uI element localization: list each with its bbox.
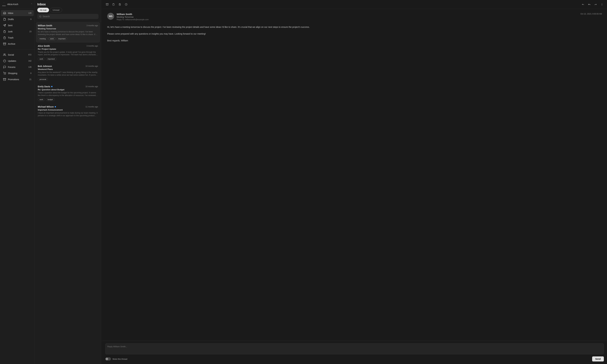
- forums-count: 128: [28, 66, 31, 68]
- inbox-count: 128: [28, 12, 31, 14]
- sidebar-item-promotions[interactable]: Promotions 21: [1, 77, 34, 82]
- sidebar-item-updates[interactable]: Updates 342: [1, 58, 34, 64]
- sent-label: Sent: [8, 24, 31, 27]
- mail-list-header: Inbox All mail Unread: [35, 0, 101, 21]
- mail-tags-3: personal: [38, 78, 98, 81]
- mail-preview-4: I have a question about the budget for t…: [38, 91, 98, 97]
- tag-budget: budget: [46, 98, 55, 101]
- email-date: Oct 22, 2023, 9:00:00 AM: [580, 13, 602, 15]
- mail-preview-5: I have an important announcement to make…: [38, 112, 98, 117]
- mail-preview-3: Any plans for the weekend? I was thinkin…: [38, 71, 98, 77]
- more-button[interactable]: [599, 2, 605, 7]
- filter-unread[interactable]: Unread: [50, 8, 62, 12]
- forums-icon: [3, 66, 6, 68]
- sent-icon: [3, 24, 6, 27]
- updates-count: 342: [28, 60, 31, 62]
- forward-button[interactable]: [593, 2, 598, 7]
- email-header-section: WS William Smith Meeting Tomorrow Reply-…: [107, 13, 602, 21]
- email-body: Hi, let's have a meeting tomorrow to dis…: [107, 25, 602, 43]
- reply-button[interactable]: [580, 2, 585, 7]
- search-bar: [37, 14, 98, 19]
- trash-label: Trash: [8, 37, 31, 39]
- updates-label: Updates: [8, 60, 27, 62]
- updates-icon: [3, 60, 6, 62]
- archive-label: Archive: [8, 43, 31, 45]
- mail-tags-4: work budget: [38, 98, 98, 101]
- mute-toggle[interactable]: [105, 357, 111, 361]
- archive-button[interactable]: [105, 2, 110, 7]
- shopping-label: Shopping: [8, 72, 28, 75]
- svg-point-8: [4, 74, 4, 75]
- mail-item-3[interactable]: Bob Johnson 10 months ago Weekend Plans …: [36, 63, 100, 83]
- tag-work: work: [48, 37, 55, 40]
- account-name: Alicia Koch: [7, 3, 29, 6]
- promotions-label: Promotions: [8, 78, 27, 81]
- social-label: Social: [8, 53, 27, 56]
- sidebar-item-junk[interactable]: Junk 23: [1, 29, 34, 35]
- sidebar-item-archive[interactable]: Archive: [1, 41, 34, 47]
- send-button[interactable]: Send: [592, 356, 604, 362]
- social-count: 972: [28, 54, 31, 56]
- forums-label: Forums: [8, 66, 27, 68]
- sidebar-item-social[interactable]: Social 972: [1, 52, 34, 58]
- mail-item-4[interactable]: Emily Davis 10 months ago Re: Question a…: [36, 83, 100, 103]
- sidebar-item-forums[interactable]: Forums 128: [1, 64, 34, 70]
- reply-actions: Mute this thread Send: [105, 356, 604, 362]
- snooze-button[interactable]: [124, 2, 129, 7]
- sidebar-item-shopping[interactable]: Shopping 8: [1, 70, 34, 76]
- email-body-p1: Hi, let's have a meeting tomorrow to dis…: [107, 25, 602, 29]
- mail-time-4: 10 months ago: [85, 85, 98, 88]
- mail-sender-1: William Smith: [38, 24, 52, 27]
- mail-item-2[interactable]: Alice Smith 3 months ago Re: Project Upd…: [36, 43, 100, 63]
- svg-rect-2: [3, 43, 6, 43]
- shopping-count: 8: [30, 72, 31, 74]
- drafts-count: 9: [30, 18, 31, 20]
- email-body-p2: Please come prepared with any questions …: [107, 32, 602, 36]
- tag-work-4: work: [38, 98, 45, 101]
- svg-line-13: [41, 17, 41, 17]
- archive-icon: [3, 42, 6, 45]
- sender-avatar: WS: [107, 13, 114, 20]
- sidebar-item-drafts[interactable]: Drafts 9: [1, 16, 34, 22]
- mail-tags-2: work important: [38, 57, 98, 61]
- account-header[interactable]: Alicia Koch ⌃: [0, 0, 35, 9]
- mail-subject-1: Meeting Tomorrow: [38, 27, 98, 30]
- mail-subject-4: Re: Question about Budget: [38, 89, 98, 91]
- drafts-label: Drafts: [8, 18, 28, 21]
- sidebar-item-trash[interactable]: Trash: [1, 35, 34, 41]
- drafts-icon: [3, 18, 6, 21]
- mail-item-5[interactable]: Michael Wilson 11 months ago Important A…: [36, 104, 100, 119]
- mail-preview-2: Thank you for the project update. It loo…: [38, 51, 98, 56]
- email-detail: WS William Smith Meeting Tomorrow Reply-…: [102, 0, 607, 364]
- sidebar: Alicia Koch ⌃ Inbox 128 Drafts 9: [0, 0, 35, 364]
- email-meta: William Smith Meeting Tomorrow Reply-To:…: [117, 13, 578, 21]
- nav-categories: Social 972 Updates 342 Forums 12: [0, 50, 35, 84]
- search-icon: [39, 15, 41, 17]
- email-toolbar: [102, 0, 607, 9]
- mail-subject-3: Weekend Plans: [38, 68, 98, 70]
- sidebar-divider: [0, 49, 35, 50]
- search-input[interactable]: [43, 15, 96, 18]
- junk-button[interactable]: [111, 2, 116, 7]
- svg-point-12: [40, 16, 41, 17]
- reply-all-button[interactable]: [587, 2, 592, 7]
- mail-sender-5: Michael Wilson: [38, 105, 56, 108]
- shopping-icon: [3, 72, 6, 75]
- unread-dot-4: [51, 86, 53, 87]
- trash-icon: [3, 36, 6, 39]
- sidebar-item-sent[interactable]: Sent: [1, 22, 34, 28]
- sidebar-item-inbox[interactable]: Inbox 128: [1, 10, 34, 16]
- unread-dot-5: [55, 106, 56, 107]
- mail-item-1[interactable]: William Smith 3 months ago Meeting Tomor…: [36, 22, 100, 42]
- nav-primary: Inbox 128 Drafts 9 Sent: [0, 9, 35, 48]
- promotions-icon: [3, 78, 6, 81]
- inbox-label: Inbox: [8, 12, 27, 14]
- reply-textarea[interactable]: [105, 343, 604, 354]
- junk-count: 23: [29, 30, 31, 33]
- tag-important: important: [56, 37, 67, 40]
- mail-time-5: 11 months ago: [85, 106, 98, 108]
- mail-sender-3: Bob Johnson: [38, 65, 52, 67]
- delete-button[interactable]: [117, 2, 122, 7]
- filter-all-mail[interactable]: All mail: [37, 8, 49, 12]
- promotions-count: 21: [29, 78, 31, 80]
